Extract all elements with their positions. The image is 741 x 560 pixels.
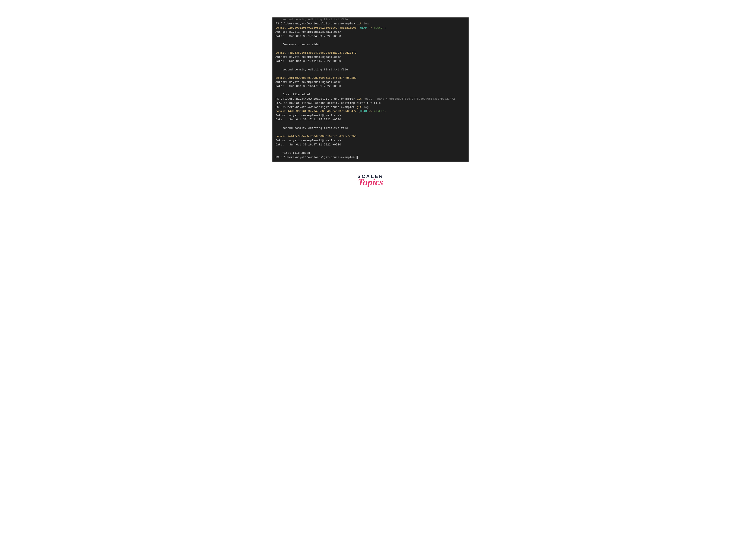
prompt-line-final[interactable]: PS C:\Users\niyat\Downloads\git-prune-ex… [275, 155, 466, 160]
commit-line: commit 44de538db6f63e79478c8c04056a3e37b… [275, 51, 466, 55]
date-line: Date: Sun Oct 30 16:47:31 2022 +0530 [275, 143, 466, 147]
reset-output: HEAD is now at 44de538 second commit, ed… [275, 101, 466, 105]
cmd-log: log [363, 22, 369, 25]
prompt-path: PS C:\Users\niyat\Downloads\git-prune-ex… [275, 22, 355, 25]
author-line: Author: niyati <examplemail@gmail.com> [275, 80, 466, 84]
logo-line-2: Topics [357, 177, 384, 188]
prompt-line-reset: PS C:\Users\niyat\Downloads\git-prune-ex… [275, 97, 466, 101]
author-line: Author: niyati <examplemail@gmail.com> [275, 138, 466, 143]
prompt-line-1: PS C:\Users\niyat\Downloads\git-prune-ex… [275, 21, 466, 26]
clipped-previous-output: second commit, editting first.txt file [275, 17, 466, 21]
author-line: Author: niyati <examplemail@gmail.com> [275, 30, 466, 34]
commit-message: first file added [275, 92, 466, 97]
scaler-topics-logo: SCALER Topics [357, 174, 384, 188]
commit-line: commit 9ebf6c0b6ee4c730d7600b61605f5cd74… [275, 134, 466, 138]
date-line: Date: Sun Oct 30 17:34:59 2022 +0530 [275, 34, 466, 39]
commit-message: second commit, editting first.txt file [275, 126, 466, 130]
cursor-icon [356, 156, 358, 159]
date-line: Date: Sun Oct 30 17:11:15 2022 +0530 [275, 118, 466, 122]
commit-message: second commit, editting first.txt file [275, 68, 466, 72]
prompt-line-2: PS C:\Users\niyat\Downloads\git-prune-ex… [275, 105, 466, 109]
commit-message: few more changes added [275, 43, 466, 47]
date-line: Date: Sun Oct 30 17:11:15 2022 +0530 [275, 59, 466, 63]
date-line: Date: Sun Oct 30 16:47:31 2022 +0530 [275, 84, 466, 88]
commit-line: commit 9ebf6c0b6ee4c730d7600b61605f5cd74… [275, 76, 466, 80]
commit-line: commit 44de538db6f63e79478c8c04056a3e37b… [275, 109, 466, 113]
commit-message: first file added [275, 151, 466, 155]
author-line: Author: niyati <examplemail@gmail.com> [275, 113, 466, 118]
cmd-git: git [356, 22, 362, 25]
terminal-window[interactable]: second commit, editting first.txt file P… [272, 17, 469, 162]
author-line: Author: niyati <examplemail@gmail.com> [275, 55, 466, 59]
commit-line: commit e2bd59e029879213085c1789e50c243d3… [275, 26, 466, 30]
